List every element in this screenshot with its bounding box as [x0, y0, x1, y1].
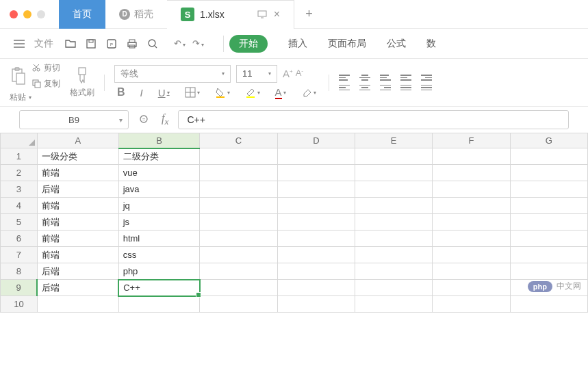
align-right-button[interactable] — [380, 85, 391, 91]
cell[interactable] — [200, 263, 277, 280]
row-header[interactable]: 4 — [1, 198, 38, 214]
eraser-button[interactable]: ▾ — [298, 86, 319, 99]
cell[interactable]: php — [118, 263, 200, 280]
menu-file[interactable]: 文件 — [34, 38, 53, 50]
menu-data[interactable]: 数 — [426, 38, 436, 50]
cell[interactable]: html — [118, 231, 200, 247]
cell[interactable]: 前端 — [37, 198, 118, 214]
print-icon[interactable] — [126, 38, 138, 50]
align-middle-button[interactable] — [359, 75, 370, 81]
row-header[interactable]: 6 — [1, 231, 38, 247]
close-tab-button[interactable]: × — [274, 8, 280, 21]
align-top-button[interactable] — [339, 75, 350, 81]
cell[interactable] — [355, 181, 432, 198]
cell[interactable]: 二级分类 — [118, 148, 200, 165]
cell[interactable] — [355, 247, 432, 263]
cell[interactable] — [200, 231, 277, 247]
cell[interactable] — [355, 165, 432, 181]
underline-button[interactable]: U▾ — [155, 86, 172, 100]
cell[interactable] — [277, 148, 355, 165]
cell[interactable] — [433, 148, 510, 165]
cell[interactable] — [510, 231, 587, 247]
tab-home[interactable]: 首页 — [59, 0, 105, 29]
cell[interactable] — [433, 247, 510, 263]
name-box[interactable]: B9 ▾ — [19, 110, 129, 129]
cell[interactable]: 后端 — [37, 181, 118, 198]
format-brush-button[interactable]: 格式刷 — [70, 66, 94, 98]
cell[interactable] — [355, 263, 432, 280]
cell[interactable]: 一级分类 — [37, 148, 118, 165]
column-header-C[interactable]: C — [200, 133, 277, 148]
menu-insert[interactable]: 插入 — [288, 38, 307, 50]
menu-formula[interactable]: 公式 — [387, 38, 406, 50]
cell[interactable] — [433, 280, 510, 296]
save-icon[interactable] — [85, 38, 97, 50]
font-size-select[interactable]: 11 ▾ — [236, 65, 277, 83]
highlight-button[interactable]: ▾ — [242, 86, 263, 99]
maximize-window-button[interactable] — [37, 10, 45, 18]
cell[interactable] — [510, 165, 587, 181]
select-all-corner[interactable] — [1, 133, 38, 148]
align-center-button[interactable] — [359, 85, 370, 91]
row-header[interactable]: 1 — [1, 148, 38, 165]
cell[interactable] — [277, 165, 355, 181]
cell[interactable]: C++ — [118, 280, 200, 296]
column-header-F[interactable]: F — [433, 133, 510, 148]
paste-label[interactable]: 粘贴▾ — [10, 92, 60, 103]
preview-icon[interactable] — [146, 38, 159, 50]
cell[interactable] — [510, 181, 587, 198]
cell[interactable] — [277, 198, 355, 214]
cell[interactable] — [355, 214, 432, 231]
row-header[interactable]: 3 — [1, 181, 38, 198]
cell[interactable] — [510, 247, 587, 263]
cell[interactable] — [37, 296, 118, 313]
cell[interactable]: css — [118, 247, 200, 263]
add-tab-button[interactable]: + — [294, 7, 324, 21]
paste-button[interactable] — [10, 66, 26, 86]
align-bottom-button[interactable] — [380, 75, 391, 81]
column-header-A[interactable]: A — [37, 133, 118, 148]
cell[interactable] — [355, 198, 432, 214]
cell[interactable] — [200, 247, 277, 263]
cell[interactable] — [510, 214, 587, 231]
copy-button[interactable]: 复制 — [31, 78, 60, 90]
cell[interactable] — [277, 263, 355, 280]
cell[interactable]: 前端 — [37, 247, 118, 263]
font-name-select[interactable]: 等线 ▾ — [114, 65, 231, 83]
cell[interactable] — [433, 263, 510, 280]
cut-button[interactable]: 剪切 — [31, 62, 60, 74]
cell[interactable] — [277, 296, 355, 313]
cell[interactable]: 前端 — [37, 165, 118, 181]
cell[interactable] — [200, 148, 277, 165]
cell[interactable] — [355, 296, 432, 313]
fx-button[interactable]: fx — [162, 112, 168, 127]
cell[interactable] — [433, 231, 510, 247]
open-icon[interactable] — [64, 38, 77, 50]
increase-font-button[interactable]: A+ — [283, 68, 293, 79]
align-left-button[interactable] — [339, 85, 350, 91]
cell[interactable]: vue — [118, 165, 200, 181]
cell[interactable]: 前端 — [37, 214, 118, 231]
menu-layout[interactable]: 页面布局 — [328, 38, 366, 50]
cell[interactable] — [510, 263, 587, 280]
italic-button[interactable]: I — [138, 86, 146, 100]
cell[interactable] — [510, 198, 587, 214]
border-button[interactable]: ▾ — [182, 86, 203, 99]
cell[interactable] — [277, 181, 355, 198]
fill-color-button[interactable]: ▾ — [212, 86, 233, 99]
cell[interactable] — [510, 296, 587, 313]
cell[interactable]: 后端 — [37, 263, 118, 280]
tab-file[interactable]: S 1.xlsx × — [167, 0, 294, 29]
cell[interactable]: jq — [118, 198, 200, 214]
cell[interactable] — [200, 165, 277, 181]
decrease-font-button[interactable]: A- — [296, 68, 303, 79]
formula-input[interactable]: C++ — [178, 110, 569, 129]
cell[interactable] — [277, 214, 355, 231]
cell[interactable] — [433, 296, 510, 313]
cell[interactable] — [200, 280, 277, 296]
screen-icon[interactable] — [257, 10, 267, 19]
distribute-button[interactable] — [421, 85, 432, 91]
cell[interactable] — [200, 214, 277, 231]
cell[interactable] — [277, 280, 355, 296]
export-icon[interactable]: P — [105, 38, 118, 50]
